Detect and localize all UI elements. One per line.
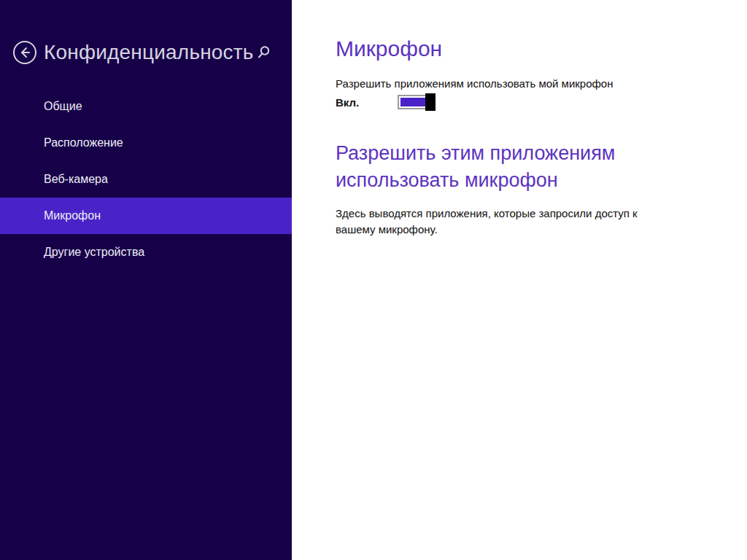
search-button[interactable] bbox=[254, 43, 273, 62]
page-breadcrumb-title: Конфиденциальность bbox=[44, 41, 254, 64]
pc-settings-window: Конфиденциальность Общие Расположение Ве… bbox=[0, 0, 747, 560]
apps-section-description: Здесь выводятся приложения, которые запр… bbox=[336, 206, 675, 238]
microphone-toggle-row: Вкл. bbox=[336, 93, 436, 111]
sidebar-header: Конфиденциальность bbox=[0, 38, 292, 67]
toggle-thumb[interactable] bbox=[425, 93, 436, 111]
apps-section-title: Разрешить этим приложениям использовать … bbox=[336, 140, 620, 194]
search-icon bbox=[255, 44, 271, 61]
microphone-toggle-caption: Разрешить приложениям использовать мой м… bbox=[336, 77, 614, 90]
privacy-sidebar: Конфиденциальность Общие Расположение Ве… bbox=[0, 0, 292, 560]
microphone-toggle-switch[interactable] bbox=[398, 93, 436, 111]
back-arrow-icon bbox=[18, 46, 31, 59]
back-button[interactable] bbox=[13, 41, 36, 64]
privacy-nav-list: Общие Расположение Веб-камера Микрофон Д… bbox=[0, 88, 292, 271]
sidebar-item-webcam[interactable]: Веб-камера bbox=[0, 161, 292, 198]
sidebar-item-other-devices[interactable]: Другие устройства bbox=[0, 234, 292, 271]
page-title: Микрофон bbox=[336, 36, 442, 61]
sidebar-item-location[interactable]: Расположение bbox=[0, 125, 292, 161]
sidebar-item-microphone[interactable]: Микрофон bbox=[0, 198, 292, 234]
microphone-settings-panel: Микрофон Разрешить приложениям использов… bbox=[292, 0, 747, 560]
sidebar-item-general[interactable]: Общие bbox=[0, 88, 292, 125]
toggle-state-label: Вкл. bbox=[336, 96, 398, 109]
toggle-fill bbox=[400, 98, 427, 106]
